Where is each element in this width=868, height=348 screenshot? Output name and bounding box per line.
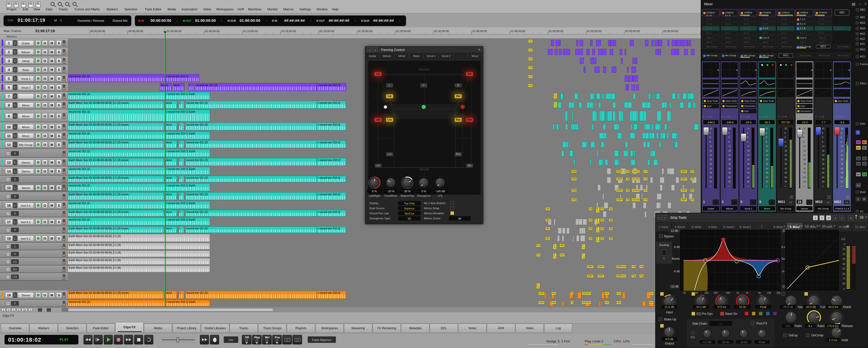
clip-fragment[interactable] xyxy=(689,40,691,46)
clip-fragment[interactable] xyxy=(623,150,628,156)
automation-off-button[interactable]: Off xyxy=(242,335,251,344)
audio-clip[interactable]: record mic 011 (2) xyxy=(185,176,317,182)
panning-tab-HiHat[interactable]: HiHat xyxy=(395,53,409,59)
rail-toggle-Effect[interactable]: − xyxy=(856,82,859,85)
track-size-button-8[interactable]: 8 xyxy=(17,308,21,312)
clip-fragment[interactable] xyxy=(662,168,664,174)
clip-fragment[interactable] xyxy=(614,150,619,156)
bus-button-5-1-C[interactable]: 5.1 C xyxy=(814,22,832,26)
transport-step-button[interactable] xyxy=(94,335,103,344)
sub-channel-button[interactable]: Lrs xyxy=(11,259,19,264)
clip-fragment[interactable] xyxy=(578,219,582,225)
offline-clip-badge[interactable]: §§ xyxy=(626,177,630,181)
knob[interactable] xyxy=(785,311,797,323)
strip-expand-icon[interactable]: + xyxy=(790,196,793,199)
track-name[interactable]: Mix Group xyxy=(18,142,34,147)
track-name[interactable]: Stereo xyxy=(18,168,34,174)
clip-fragment[interactable] xyxy=(621,58,623,64)
spinner-icon[interactable]: ↕ xyxy=(399,19,401,22)
fx-enable-icon[interactable] xyxy=(798,110,800,112)
clip-fragment[interactable] xyxy=(674,142,676,148)
bypass-checkbox[interactable] xyxy=(659,234,663,238)
track-o-button[interactable]: O xyxy=(42,142,48,147)
offline-clip-badge[interactable]: AN xyxy=(528,39,533,43)
menu-macros[interactable]: Macros xyxy=(281,8,296,13)
audio-clip[interactable]: r xyxy=(179,226,184,233)
track-m-button[interactable]: M xyxy=(49,85,55,90)
track-s-button[interactable]: S xyxy=(56,292,62,298)
rail-chip-S2[interactable]: S2 xyxy=(862,156,867,161)
speaker-Rtm[interactable]: Rtm xyxy=(466,118,473,122)
track-size-button-2[interactable]: 2 xyxy=(7,308,11,312)
bus-button-Mix-Group[interactable]: Mix Group xyxy=(833,53,851,58)
track-o-button[interactable]: O xyxy=(42,124,48,130)
bus-button-Mix-Group[interactable]: Mix Group xyxy=(721,53,739,58)
strip-gain-ramp-display[interactable] xyxy=(797,89,813,97)
setting-value-r3[interactable]: All xyxy=(449,216,470,220)
internal-sync-button[interactable]: Inte xyxy=(224,336,238,343)
track-o-button[interactable]: O xyxy=(42,40,48,46)
track-o-button[interactable]: O xyxy=(42,49,48,55)
audio-clip[interactable]: Earth Moon Sun 03-19-09+03-09-09_5.1 (4) xyxy=(68,251,210,257)
offline-clip-badge[interactable]: SX xyxy=(643,198,648,201)
transport-stop-button[interactable] xyxy=(134,335,143,344)
sub-channel-button[interactable]: Rrs xyxy=(11,267,19,271)
track-number[interactable]: 5 xyxy=(5,76,13,81)
track-header-4[interactable]: 4CBassOMS xyxy=(0,65,68,74)
track-name[interactable]: Vocal 1 xyxy=(18,76,34,81)
track-record-ready-button[interactable] xyxy=(35,219,41,225)
new-doc-icon[interactable] xyxy=(7,2,11,7)
track-o-button[interactable]: O xyxy=(42,219,48,225)
clip-fragment[interactable] xyxy=(615,159,618,165)
fader-slot[interactable] xyxy=(762,128,763,188)
clip-fragment[interactable] xyxy=(643,202,646,208)
track-mode-button[interactable]: L xyxy=(13,185,17,191)
bus-button-5-1-C[interactable]: 5.1 C xyxy=(721,22,739,26)
clip-fragment[interactable] xyxy=(584,67,585,73)
bottom-tab-selection[interactable]: Selection xyxy=(58,324,86,333)
track-record-ready-button[interactable] xyxy=(35,76,41,81)
setting-value-1[interactable]: Balance xyxy=(398,206,421,210)
bus-button-ATMOS-9-1-6[interactable]: ATMOS 9.1.6 xyxy=(758,9,776,16)
clip-fragment[interactable] xyxy=(645,40,648,46)
bus-button-5-1-A[interactable]: 5.1 A xyxy=(721,31,739,35)
bus-button-cue-1[interactable]: cue 1 xyxy=(740,40,757,44)
audio-clip[interactable]: record mic 011 (2) xyxy=(185,123,317,130)
bus-button-Cue-2[interactable]: Cue 2 xyxy=(740,36,757,39)
offline-clip-badge[interactable]: §§§P xyxy=(587,265,593,268)
offline-clip-badge[interactable]: §§ xyxy=(626,198,630,201)
spinner-icon[interactable]: ↕ xyxy=(266,19,267,22)
clip-fragment[interactable] xyxy=(630,150,633,156)
strip-os-button[interactable]: OS xyxy=(787,200,794,204)
audio-clip[interactable]: r record mic 010 (1 Earth xyxy=(165,300,210,307)
track-name[interactable]: bed 5.1 xyxy=(18,203,34,208)
bus-button-5-1-B[interactable]: 5.1 B xyxy=(796,26,813,31)
clip-fragment[interactable] xyxy=(565,111,568,121)
menu-help[interactable]: Help xyxy=(330,8,341,13)
clip-fragment[interactable] xyxy=(667,133,669,139)
track-s-button[interactable]: S xyxy=(56,67,62,72)
strip-pan-display[interactable] xyxy=(797,62,813,78)
audio-clip[interactable]: Earth Moon Sun 03-19-09+03-09-09_5.1 (6) xyxy=(68,266,210,272)
clip-fragment[interactable] xyxy=(602,49,607,55)
menu-workspaces[interactable]: Workspaces xyxy=(214,8,236,13)
offline-clip-badge[interactable]: SX xyxy=(643,170,648,173)
clip-fragment[interactable] xyxy=(556,40,560,46)
clip-fragment[interactable] xyxy=(688,102,691,108)
track-number[interactable]: 10 xyxy=(5,124,13,130)
clip-fragment[interactable] xyxy=(656,202,660,208)
rail-toggle-MB2[interactable]: − xyxy=(856,8,859,11)
clip-fragment[interactable] xyxy=(566,49,570,55)
menu-icon[interactable] xyxy=(860,218,863,219)
track-m-button[interactable]: M xyxy=(49,93,55,99)
bus-button-Cue-2[interactable]: Cue 2 xyxy=(814,36,832,39)
offline-clip-badge[interactable]: NS xyxy=(649,301,653,304)
track-header-7[interactable]: 7COMS xyxy=(0,92,68,100)
strip-tab-13[interactable]: 14: Stere xyxy=(852,223,868,232)
fx-enable-icon[interactable] xyxy=(704,105,706,107)
pan-source-dot[interactable] xyxy=(384,105,387,109)
clip-fragment[interactable] xyxy=(664,102,667,108)
bus-button-Mix-Group[interactable]: Mix Group xyxy=(740,53,757,58)
rail-toggle-AG1[interactable]: + xyxy=(856,42,859,45)
track-s-button[interactable]: S xyxy=(56,76,62,81)
